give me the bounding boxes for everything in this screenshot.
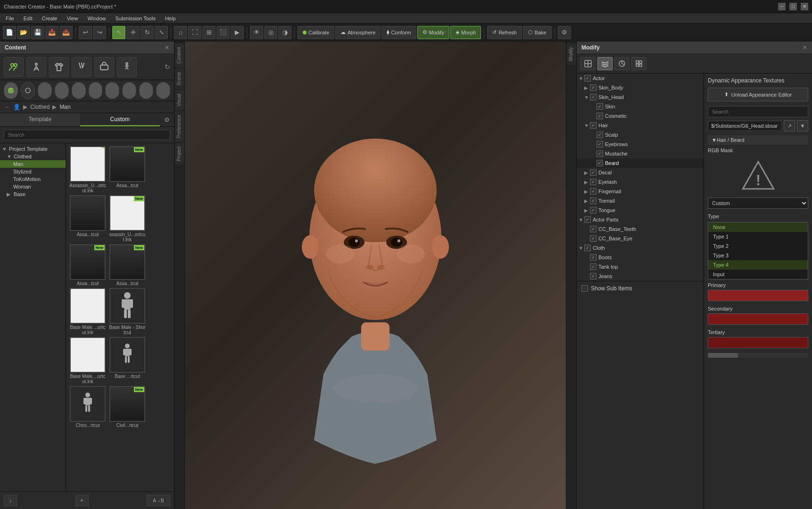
scroll-bar-indicator[interactable] <box>708 353 808 358</box>
thumb-chrisrtcut[interactable]: Chris...rtcut <box>69 386 107 428</box>
breadcrumb-back-icon[interactable]: ← <box>5 104 10 110</box>
tree-man[interactable]: Man <box>0 160 66 168</box>
scene-cosmetic[interactable]: ▶ ✓ Cosmetic <box>577 111 704 121</box>
unload-appearance-button[interactable]: ⬆ Unload Appearance Editor <box>708 88 808 101</box>
scene-check-cosmetic[interactable]: ✓ <box>597 113 603 119</box>
thumb-assassin4[interactable]: New ssassin_U...ortcut.lnk <box>108 195 146 242</box>
scroll-down-button[interactable]: ↓ <box>4 495 17 506</box>
scene-boots[interactable]: ▶ ✓ Boots <box>577 253 704 262</box>
menu-view[interactable]: View <box>63 15 82 22</box>
menu-help[interactable]: Help <box>161 15 180 22</box>
tree-project-template[interactable]: ▼ Project Template <box>0 145 66 153</box>
content-icon-pose[interactable] <box>117 57 137 77</box>
select-button[interactable]: ↖ <box>112 26 125 39</box>
scene-skin-body[interactable]: ▶ ✓ Skin_Body <box>577 83 704 92</box>
scene-check-scalp[interactable]: ✓ <box>597 131 603 138</box>
scene-check-cloth[interactable]: ✓ <box>584 245 591 251</box>
thumb-assassin5[interactable]: New Assa...tcut <box>69 244 107 286</box>
primary-color-swatch[interactable] <box>708 290 808 301</box>
close-modify-icon[interactable]: ✕ <box>803 44 807 51</box>
filter-c4[interactable] <box>89 82 103 99</box>
light-button[interactable]: ◑ <box>278 26 291 39</box>
close-button[interactable]: ✕ <box>801 3 808 10</box>
scene-eyebrows[interactable]: ▶ ✓ Eyebrows <box>577 140 704 149</box>
substance-dropdown-button[interactable]: ▼ <box>797 120 808 131</box>
scene-cc-teeth[interactable]: ▶ ✓ CC_Base_Teeth <box>577 224 704 234</box>
side-tab-modify[interactable]: Modify <box>567 43 576 65</box>
menu-submission-tools[interactable]: Submission Tools <box>112 15 159 22</box>
appearance-search-input[interactable] <box>708 106 808 117</box>
scene-actor-parts[interactable]: ▼ ✓ Actor Parts <box>577 215 704 224</box>
filter-c8[interactable] <box>156 82 170 99</box>
side-tab-content[interactable]: Content <box>175 43 184 67</box>
tree-base[interactable]: ▶ Base <box>0 190 66 198</box>
filter-c6[interactable] <box>122 82 136 99</box>
morph-button[interactable]: ◈ Morph <box>450 26 481 39</box>
thumb-basemale3[interactable]: Base Male....ortcut.lnk <box>69 337 107 384</box>
settings-button[interactable]: ⚙ <box>558 26 571 39</box>
side-tab-preference[interactable]: Preference <box>175 111 184 142</box>
content-icon-cloth[interactable] <box>49 57 69 77</box>
tertiary-color-swatch[interactable] <box>708 337 808 348</box>
bake-button[interactable]: ⬡ Bake <box>523 26 552 39</box>
scene-check-fingernail[interactable]: ✓ <box>590 188 597 195</box>
scene-fingernail[interactable]: ▶ ✓ Fingernail <box>577 187 704 196</box>
filter-c7[interactable] <box>139 82 153 99</box>
menu-window[interactable]: Window <box>83 15 109 22</box>
type-option-2[interactable]: Type 2 <box>708 241 808 251</box>
scene-check-actor[interactable]: ✓ <box>584 75 591 82</box>
content-icon-figure[interactable] <box>26 57 46 77</box>
atmosphere-button[interactable]: ☁ Atmosphere <box>335 26 381 39</box>
tree-woman[interactable]: Woman <box>0 183 66 190</box>
side-tab-project[interactable]: Project <box>175 143 184 165</box>
calibrate-button[interactable]: Calibrate <box>298 26 334 39</box>
thumb-civilrtcut[interactable]: New Civil...rtcut <box>108 386 146 428</box>
scene-jeans[interactable]: ▶ ✓ Jeans <box>577 271 704 281</box>
minimize-button[interactable]: ─ <box>778 3 786 10</box>
scene-skin-head[interactable]: ▼ ✓ Skin_Head <box>577 92 704 102</box>
scene-check-eyebrows[interactable]: ✓ <box>597 141 603 148</box>
filter-c3[interactable] <box>72 82 86 99</box>
scene-check-hair[interactable]: ✓ <box>590 122 597 129</box>
scene-check-cc-teeth[interactable]: ✓ <box>590 226 597 232</box>
filter-all-icon[interactable] <box>4 82 18 99</box>
menu-edit[interactable]: Edit <box>20 15 36 22</box>
camera-button[interactable]: ◎ <box>264 26 277 39</box>
content-icon-hair[interactable] <box>72 57 91 77</box>
view-button[interactable]: 👁 <box>250 26 263 39</box>
scene-check-toenail[interactable]: ✓ <box>590 197 597 204</box>
scene-tongue[interactable]: ▶ ✓ Tongue <box>577 205 704 215</box>
scene-cloth[interactable]: ▼ ✓ Cloth <box>577 243 704 253</box>
refresh-button[interactable]: ↺ Refresh <box>487 26 522 39</box>
modify-tab-appearance[interactable] <box>614 57 630 70</box>
thumb-assassin1[interactable]: Assassin_U...ortcut.lnk <box>69 146 107 193</box>
scene-hair[interactable]: ▼ ✓ Hair <box>577 121 704 130</box>
scene-check-skin[interactable]: ✓ <box>597 103 603 110</box>
scene-check-tank-top[interactable]: ✓ <box>590 263 597 270</box>
scene-actor[interactable]: ▼ ✓ Actor <box>577 74 704 83</box>
type-option-1[interactable]: Type 1 <box>708 232 808 241</box>
thumb-assassin6[interactable]: New Assa...tcut <box>108 244 146 286</box>
add-content-button[interactable]: + <box>75 495 89 506</box>
scene-mustache[interactable]: ▶ ✓ Mustache <box>577 149 704 158</box>
tree-stylized[interactable]: Stylized <box>0 168 66 175</box>
content-search-input[interactable] <box>4 130 170 140</box>
grid-button[interactable]: ⊞ <box>202 26 215 39</box>
thumb-assassin2[interactable]: New Assa...tcut <box>108 146 146 193</box>
modify-tab-layers[interactable] <box>597 57 613 70</box>
tab-options-button[interactable]: ⊙ <box>160 113 174 126</box>
scene-eyelash[interactable]: ▶ ✓ Eyelash <box>577 177 704 187</box>
conform-button[interactable]: ⧫ Conform <box>381 26 416 39</box>
scene-check-boots[interactable]: ✓ <box>590 254 597 261</box>
type-option-4[interactable]: Type 4 <box>708 260 808 270</box>
scene-tank-top[interactable]: ▶ ✓ Tank top <box>577 262 704 271</box>
breadcrumb-man[interactable]: Man <box>59 104 70 110</box>
scene-skin[interactable]: ▶ ✓ Skin <box>577 102 704 111</box>
type-option-input[interactable]: Input <box>708 270 808 279</box>
show-sub-items-checkbox[interactable] <box>581 285 588 292</box>
breadcrumb-people-icon[interactable]: 👤 <box>13 104 20 110</box>
redo-button[interactable]: ↪ <box>93 26 106 39</box>
thumb-basemale1[interactable]: Base Male ...ortcut.lnk <box>69 288 107 335</box>
content-icon-people[interactable] <box>4 57 24 77</box>
scale-button[interactable]: ⤡ <box>155 26 168 39</box>
